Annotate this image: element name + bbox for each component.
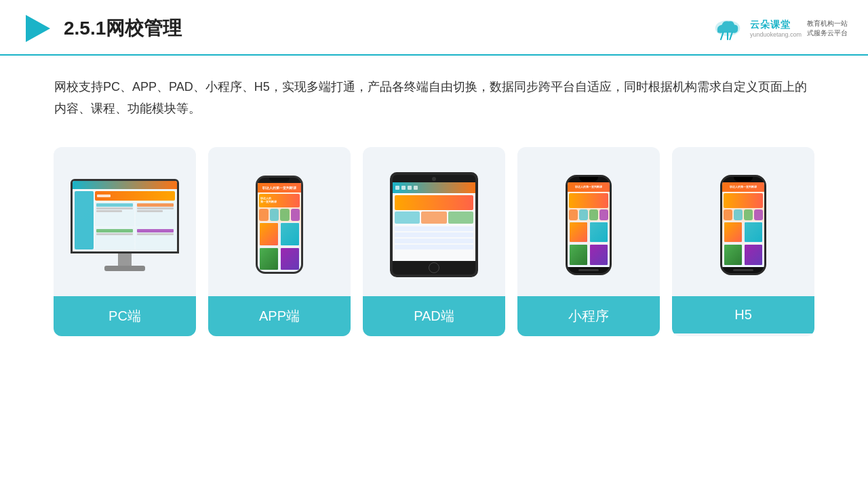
card-pc-label: PC端: [54, 296, 196, 336]
cards-container: PC端 职达人的第一堂判断课 职达人的第一堂判断课: [0, 127, 868, 357]
mini-phone-mockup-1: 职达人的第一堂判断课: [566, 175, 612, 275]
card-h5-label: H5: [672, 296, 814, 333]
svg-marker-0: [26, 15, 50, 42]
card-pc: PC端: [54, 147, 196, 336]
pad-image-area: [363, 147, 505, 296]
logo-area: 云朵课堂 yunduoketang.com 教育机构一站 式服务云平台: [711, 15, 848, 42]
page-title: 2.5.1网校管理: [64, 16, 182, 41]
miniprogram-image-area: 职达人的第一堂判断课: [517, 147, 660, 296]
logo-text-area: 云朵课堂 yunduoketang.com: [750, 19, 802, 38]
logo-name: 云朵课堂: [750, 19, 791, 31]
logo-slogan: 教育机构一站 式服务云平台: [807, 19, 848, 38]
app-phone-screen: 职达人的第一堂判断课 职达人的第一堂判断课: [258, 183, 301, 272]
mini-screen-1: 职达人的第一堂判断课: [568, 182, 610, 267]
mini-phone-mockup-2: 职达人的第一堂判断课: [720, 175, 766, 275]
card-app: 职达人的第一堂判断课 职达人的第一堂判断课: [208, 147, 351, 336]
app-image-area: 职达人的第一堂判断课 职达人的第一堂判断课: [208, 147, 351, 296]
card-miniprogram: 职达人的第一堂判断课: [517, 147, 660, 336]
monitor-screen: [73, 181, 177, 251]
mini-screen-2: 职达人的第一堂判断课: [722, 182, 764, 267]
tablet-screen: [393, 182, 475, 261]
card-miniprogram-label: 小程序: [517, 296, 660, 336]
cloud-logo-icon: [711, 15, 745, 42]
pc-mockup: [71, 179, 179, 271]
header: 2.5.1网校管理 云朵课堂 yunduoketang.com 教育机构一站 式…: [0, 0, 868, 56]
card-app-label: APP端: [208, 296, 351, 336]
pc-image-area: [54, 147, 196, 296]
play-icon: [20, 12, 53, 45]
monitor: [71, 179, 179, 253]
card-pad-label: PAD端: [363, 296, 505, 336]
description-text: 网校支持PC、APP、PAD、小程序、H5，实现多端打通，产品各终端自由切换，数…: [54, 80, 807, 115]
logo-url: yunduoketang.com: [750, 31, 802, 38]
description: 网校支持PC、APP、PAD、小程序、H5，实现多端打通，产品各终端自由切换，数…: [0, 56, 868, 127]
h5-image-area: 职达人的第一堂判断课: [672, 147, 814, 296]
tablet-mockup: [390, 172, 478, 277]
header-left: 2.5.1网校管理: [20, 12, 182, 45]
app-phone-mockup: 职达人的第一堂判断课 职达人的第一堂判断课: [256, 176, 303, 274]
card-h5: 职达人的第一堂判断课: [672, 147, 814, 336]
card-pad: PAD端: [363, 147, 505, 336]
